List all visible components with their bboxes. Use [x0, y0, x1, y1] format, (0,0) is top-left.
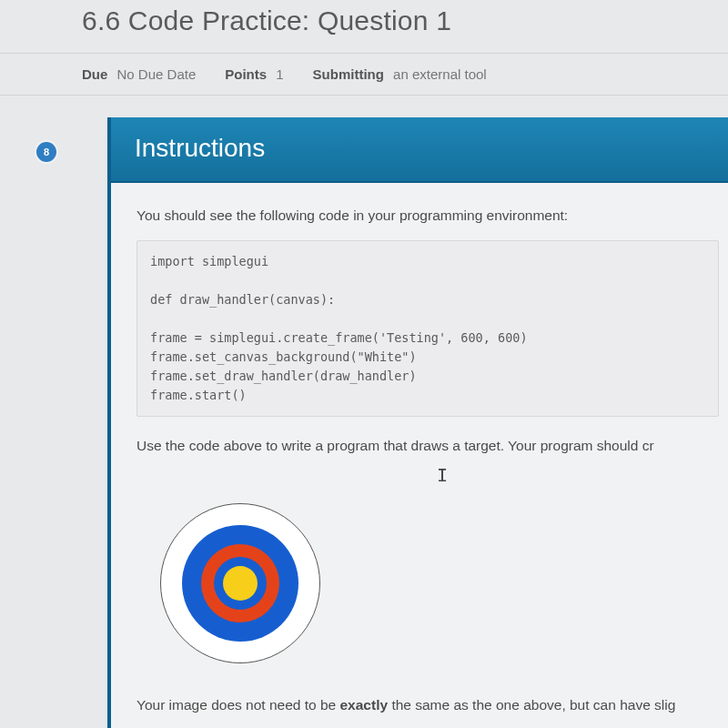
- closing-text-line1: Your image does not need to be exactly t…: [136, 694, 719, 715]
- points-value: 1: [276, 66, 283, 82]
- points-label: Points: [225, 66, 267, 82]
- intro-text: You should see the following code in you…: [136, 205, 719, 226]
- submitting-group: Submitting an external tool: [313, 66, 487, 82]
- closing-post: the same as the one above, but can have …: [388, 697, 675, 713]
- assignment-meta: Due No Due Date Points 1 Submitting an e…: [0, 53, 728, 96]
- target-graphic: [160, 503, 320, 663]
- submitting-label: Submitting: [313, 66, 384, 82]
- points-group: Points 1: [225, 66, 283, 82]
- target-image: [136, 498, 719, 685]
- task-text: Use the code above to write a program th…: [136, 435, 719, 456]
- text-cursor-icon: I: [437, 461, 719, 489]
- code-block: import simplegui def draw_handler(canvas…: [136, 240, 719, 416]
- due-label: Due: [82, 66, 107, 82]
- closing-strong: exactly: [340, 697, 389, 713]
- page-title: 6.6 Code Practice: Question 1: [0, 0, 728, 53]
- panel-body: You should see the following code in you…: [111, 183, 728, 728]
- closing-text-line2: different color or different positioning…: [136, 724, 719, 728]
- closing-pre: Your image does not need to be: [136, 697, 340, 713]
- instructions-panel: Instructions You should see the followin…: [107, 117, 728, 728]
- panel-header: Instructions: [111, 117, 728, 183]
- due-group: Due No Due Date: [82, 66, 196, 82]
- notification-badge[interactable]: 8: [36, 142, 56, 162]
- assignment-page: 6.6 Code Practice: Question 1 Due No Due…: [0, 0, 728, 728]
- submitting-value: an external tool: [393, 66, 487, 82]
- due-value: No Due Date: [117, 66, 197, 82]
- ring-yellow: [223, 566, 258, 601]
